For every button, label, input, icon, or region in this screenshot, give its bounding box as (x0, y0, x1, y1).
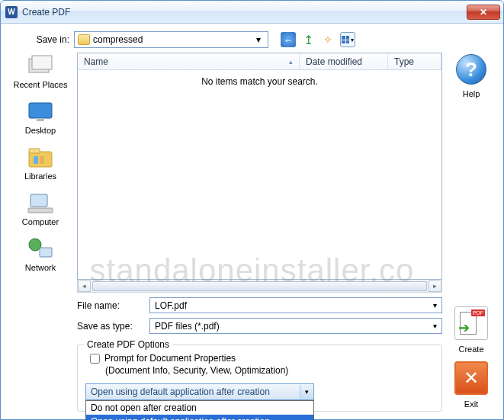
places-bar: Recent Places Desktop Libraries Computer… (10, 53, 71, 412)
up-one-level-button[interactable]: ↥ (300, 32, 316, 47)
middle-row: Recent Places Desktop Libraries Computer… (10, 53, 494, 412)
place-label: Computer (22, 217, 59, 226)
arrow-icon: ➔ (458, 319, 470, 336)
chevron-down-icon: ▾ (252, 33, 265, 46)
place-desktop[interactable]: Desktop (25, 98, 56, 135)
network-icon (25, 236, 56, 261)
exit-label: Exit (464, 399, 478, 409)
listview-header: Name Date modified Type (78, 53, 441, 70)
create-label: Create (458, 345, 483, 354)
nav-icons: ← ↥ ✧ ▾ (281, 32, 355, 47)
empty-message: No items match your search. (201, 76, 318, 279)
column-type[interactable]: Type (388, 53, 441, 69)
file-listview[interactable]: Name Date modified Type No items match y… (77, 53, 442, 280)
svg-rect-9 (28, 208, 53, 213)
form-rows: File name: LOF.pdf ▾ Save as type: PDF f… (77, 297, 442, 338)
close-button[interactable]: ✕ (467, 5, 500, 20)
new-folder-button[interactable]: ✧ (320, 32, 335, 47)
column-name[interactable]: Name (78, 53, 300, 69)
prompt-checkbox-row: Prompt for Document Properties (90, 353, 434, 364)
saveastype-label: Save as type: (77, 321, 149, 332)
create-pdf-dialog: W Create PDF ✕ Save in: compressed ▾ ← ↥… (0, 0, 504, 420)
after-creation-option[interactable]: Do not open after creation (86, 401, 313, 415)
svg-rect-6 (34, 156, 38, 164)
svg-rect-7 (40, 156, 44, 164)
folder-icon (78, 34, 90, 45)
svg-rect-11 (40, 248, 52, 257)
window-title: Create PDF (22, 7, 467, 18)
scroll-track[interactable] (91, 281, 429, 292)
prompt-helper: (Document Info, Security, View, Optimiza… (105, 365, 434, 376)
options-legend: Create PDF Options (84, 339, 172, 350)
saveastype-value: PDF files (*.pdf) (155, 321, 220, 332)
place-label: Recent Places (14, 80, 68, 89)
saveastype-row: Save as type: PDF files (*.pdf) ▾ (77, 318, 442, 334)
help-label: Help (463, 89, 480, 98)
prompt-checkbox[interactable] (90, 354, 100, 364)
grid-icon (342, 36, 349, 43)
chevron-down-icon: ▾ (300, 385, 313, 399)
back-button[interactable]: ← (281, 32, 296, 47)
client-area: Save in: compressed ▾ ← ↥ ✧ ▾ Recent (1, 24, 503, 419)
svg-rect-5 (29, 149, 40, 153)
svg-rect-1 (32, 56, 52, 69)
svg-rect-8 (30, 194, 47, 207)
filename-combobox[interactable]: LOF.pdf ▾ (149, 297, 442, 313)
filename-value: LOF.pdf (155, 300, 187, 311)
chevron-down-icon: ▾ (433, 322, 437, 330)
exit-button[interactable]: ✕ (454, 361, 488, 395)
place-label: Network (25, 263, 56, 272)
create-button[interactable]: ➔ PDF (454, 306, 488, 340)
right-column: ? Help ➔ PDF Create ✕ Exit (448, 53, 494, 412)
help-button[interactable]: ? (456, 54, 486, 85)
recent-places-icon (25, 53, 56, 79)
svg-rect-3 (37, 118, 44, 121)
prompt-label: Prompt for Document Properties (104, 353, 236, 364)
place-label: Desktop (25, 126, 56, 135)
save-in-dropdown[interactable]: compressed ▾ (74, 31, 268, 48)
scroll-left-button[interactable]: ◂ (78, 281, 91, 292)
after-creation-option[interactable]: Open using default application after cre… (86, 415, 313, 420)
top-toolbar: Save in: compressed ▾ ← ↥ ✧ ▾ (10, 31, 494, 48)
column-date[interactable]: Date modified (300, 53, 388, 69)
computer-icon (25, 190, 56, 216)
filename-label: File name: (77, 300, 149, 311)
save-in-value: compressed (93, 34, 252, 45)
place-network[interactable]: Network (25, 236, 56, 272)
desktop-icon (25, 98, 56, 124)
svg-rect-2 (29, 103, 52, 118)
place-recent[interactable]: Recent Places (14, 53, 68, 89)
after-creation-selected[interactable]: Open using default application after cre… (85, 383, 314, 400)
after-creation-value: Open using default application after cre… (91, 386, 270, 397)
after-creation-listbox[interactable]: Do not open after creation Open using de… (85, 400, 314, 420)
app-icon: W (5, 6, 18, 18)
save-in-label: Save in: (10, 34, 69, 45)
after-creation-dropdown[interactable]: Open using default application after cre… (85, 383, 314, 400)
chevron-down-icon: ▾ (351, 37, 354, 43)
saveastype-combobox[interactable]: PDF files (*.pdf) ▾ (149, 318, 442, 334)
place-computer[interactable]: Computer (22, 190, 59, 226)
filename-row: File name: LOF.pdf ▾ (77, 297, 442, 313)
scroll-thumb[interactable] (92, 281, 427, 291)
scroll-right-button[interactable]: ▸ (429, 281, 441, 292)
create-pdf-options-group: Create PDF Options Prompt for Document P… (77, 345, 442, 412)
horizontal-scrollbar[interactable]: ◂ ▸ (77, 280, 442, 293)
file-list-wrap: Name Date modified Type No items match y… (77, 53, 442, 412)
chevron-down-icon: ▾ (433, 301, 437, 309)
libraries-icon (25, 144, 56, 170)
titlebar[interactable]: W Create PDF ✕ (1, 1, 503, 24)
view-menu-button[interactable]: ▾ (340, 32, 355, 47)
place-label: Libraries (24, 172, 56, 181)
pdf-badge-icon: PDF (471, 309, 485, 316)
place-libraries[interactable]: Libraries (24, 144, 56, 181)
listview-body: No items match your search. (78, 70, 441, 279)
